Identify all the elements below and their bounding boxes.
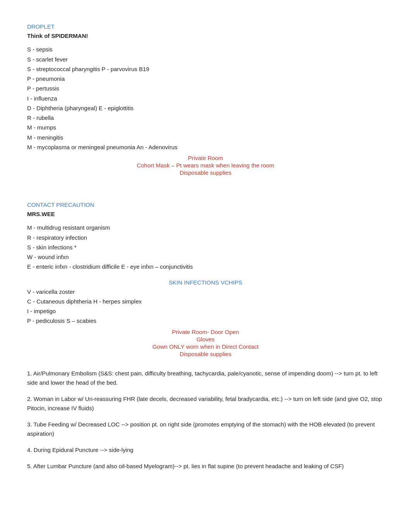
numbered-item-3: 3. Tube Feeding w/ Decreased LOC --> pos… (27, 420, 384, 438)
contact-precaution-centered-items: Private Room- Door Open Gloves Gown ONLY… (27, 329, 384, 357)
droplet-centered-0: Private Room (27, 155, 384, 161)
droplet-mnemonic: Think of SPIDERMAN! (27, 31, 384, 40)
list-item: I - impetigo (27, 307, 384, 315)
list-item: M - mycoplasma or meningeal pneumonia An… (27, 143, 384, 152)
numbered-item-4: 4. During Epidural Puncture --> side-lyi… (27, 445, 384, 455)
droplet-centered-2: Disposable supplies (27, 169, 384, 176)
list-item: P - pneumonia (27, 74, 384, 83)
droplet-centered-items: Private Room Cohort Mask – Pt wears mask… (27, 155, 384, 176)
contact-precaution-header: CONTACT PRECAUTION (27, 201, 384, 208)
list-item: S - scarlet fever (27, 55, 384, 64)
list-item: R - rubella (27, 113, 384, 122)
list-item: E - enteric infxn - clostridium difficil… (27, 262, 384, 271)
skin-infections-items-list: V - varicella zoster C - Cutaneous dipht… (27, 287, 384, 326)
list-item: D - Diphtheria (pharyngeal) E - epiglott… (27, 104, 384, 113)
droplet-items-list: S - sepsis S - scarlet fever S - strepto… (27, 45, 384, 152)
contact-centered-2: Gown ONLY worn when in Direct Contact (27, 343, 384, 350)
list-item: S - skin infections * (27, 243, 384, 252)
list-item: P - pediculosis S – scabies (27, 316, 384, 325)
list-item: R - respiratory infection (27, 233, 384, 242)
droplet-header: DROPLET (27, 23, 384, 30)
droplet-section: DROPLET Think of SPIDERMAN! S - sepsis S… (27, 23, 384, 176)
list-item: S - sepsis (27, 45, 384, 54)
numbered-items-section: 1. Air/Pulmonary Embolism (S&S: chest pa… (27, 369, 384, 471)
list-item: P - pertussis (27, 84, 384, 93)
list-item: V - varicella zoster (27, 287, 384, 296)
numbered-item-5: 5. After Lumbar Puncture (and also oil-b… (27, 462, 384, 471)
list-item: C - Cutaneous diphtheria H - herpes simp… (27, 297, 384, 306)
list-item: I - influenza (27, 94, 384, 103)
contact-centered-3: Disposable supplies (27, 351, 384, 357)
list-item: S - streptococcal pharyngitis P - parvov… (27, 65, 384, 73)
contact-precaution-mnemonic: MRS.WEE (27, 210, 384, 218)
contact-precaution-section: CONTACT PRECAUTION MRS.WEE M - multidrug… (27, 201, 384, 357)
numbered-item-1: 1. Air/Pulmonary Embolism (S&S: chest pa… (27, 369, 384, 387)
list-item: M - mumps (27, 123, 384, 132)
droplet-centered-1: Cohort Mask – Pt wears mask when leaving… (27, 162, 384, 169)
list-item: W - wound infxn (27, 252, 384, 261)
numbered-item-2: 2. Woman in Labor w/ Un-reassuring FHR (… (27, 394, 384, 413)
contact-centered-0: Private Room- Door Open (27, 329, 384, 335)
list-item: M - meningitis (27, 133, 384, 142)
list-item: M - multidrug resistant organism (27, 223, 384, 232)
skin-infections-header: SKIN INFECTIONS VCHIPS (169, 279, 242, 286)
contact-precaution-items-list: M - multidrug resistant organism R - res… (27, 223, 384, 271)
contact-centered-1: Gloves (27, 336, 384, 343)
